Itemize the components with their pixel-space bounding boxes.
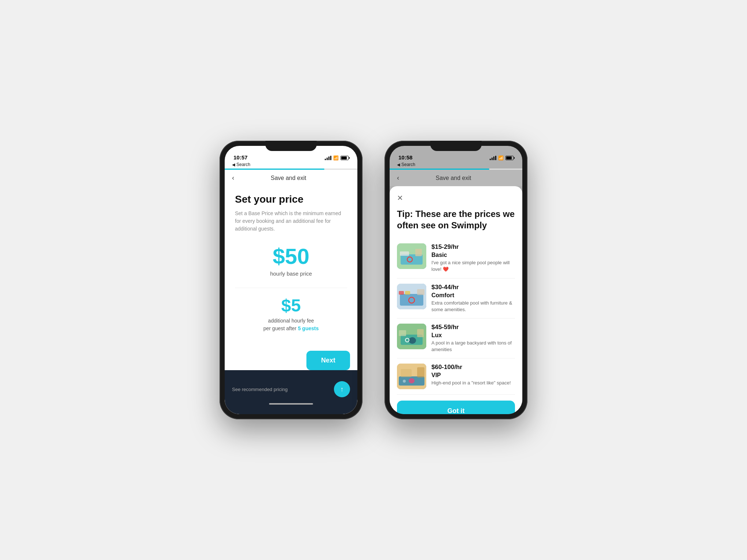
svg-point-22 — [403, 380, 406, 383]
tier-image-lux — [397, 324, 426, 349]
base-price-amount: $50 — [235, 244, 347, 269]
nav-bar-1: ‹ Save and exit — [225, 170, 357, 186]
fee-label: additional hourly fee per guest after 5 … — [235, 317, 347, 332]
bottom-content: See recommended pricing ↑ — [225, 370, 357, 401]
tier-row-comfort: $30-44/hr Comfort Extra comfortable pool… — [397, 279, 515, 318]
tier-info-comfort: $30-44/hr Comfort Extra comfortable pool… — [431, 284, 515, 313]
search-back-1: ◀ Search — [225, 162, 357, 169]
status-icons-1: 📶 — [325, 155, 349, 161]
back-button-2[interactable]: ‹ — [397, 174, 399, 182]
progress-fill-1 — [225, 169, 324, 170]
back-button-1[interactable]: ‹ — [232, 174, 234, 182]
tier-info-basic: $15-29/hr Basic I've got a nice simple p… — [431, 243, 515, 273]
base-price-label: hourly base price — [235, 270, 347, 277]
notch — [265, 141, 317, 151]
recommend-text[interactable]: See recommended pricing — [232, 387, 288, 392]
svg-rect-16 — [399, 330, 406, 336]
wifi-icon-2: 📶 — [498, 155, 504, 161]
fee-line1: additional hourly fee — [268, 318, 314, 324]
tier-desc-vip: High-end pool in a "resort like" space! — [431, 380, 515, 386]
tier-price-comfort: $30-44/hr — [431, 284, 515, 291]
back-arrow-icon: ◀ — [232, 162, 235, 167]
modal-title: Tip: These are the prices we often see o… — [397, 208, 515, 231]
phone-1: 10:57 📶 ◀ Search — [220, 141, 363, 419]
tier-desc-lux: A pool in a large backyard with tons of … — [431, 340, 515, 353]
tier-image-comfort — [397, 284, 426, 309]
status-icons-2: 📶 — [490, 155, 514, 161]
pool-comfort-svg — [397, 284, 426, 309]
tier-desc-basic: I've got a nice simple pool people will … — [431, 259, 515, 273]
tier-name-comfort: Comfort — [431, 292, 515, 299]
wifi-icon: 📶 — [333, 155, 339, 161]
fee-guest-count: 5 guests — [298, 325, 319, 331]
tier-price-lux: $45-59/hr — [431, 324, 515, 331]
price-desc: Set a Base Price which is the minimum ea… — [235, 210, 347, 233]
notch-2 — [430, 141, 482, 151]
svg-point-13 — [409, 337, 416, 344]
bottom-wave: See recommended pricing ↑ — [225, 370, 357, 414]
tier-row-basic: $15-29/hr Basic I've got a nice simple p… — [397, 238, 515, 278]
back-arrow-icon-2: ◀ — [397, 162, 400, 167]
tier-image-basic — [397, 243, 426, 269]
search-back-label-1: Search — [236, 162, 250, 167]
svg-rect-4 — [415, 249, 422, 256]
pool-basic-svg — [397, 243, 426, 269]
price-title: Set your price — [235, 194, 347, 205]
save-exit-2[interactable]: Save and exit — [436, 175, 471, 181]
tier-info-lux: $45-59/hr Lux A pool in a large backyard… — [431, 324, 515, 353]
time-2: 10:58 — [398, 154, 412, 161]
svg-rect-6 — [400, 294, 423, 306]
next-button[interactable]: Next — [306, 351, 350, 370]
search-back-label-2: Search — [401, 162, 415, 167]
tier-desc-comfort: Extra comfortable pool with furniture & … — [431, 300, 515, 313]
pool-lux-svg — [397, 324, 426, 349]
progress-fill-2 — [390, 169, 489, 170]
svg-rect-10 — [417, 289, 424, 295]
svg-rect-21 — [401, 369, 412, 377]
fee-display: $5 additional hourly fee per guest after… — [235, 295, 347, 332]
up-button[interactable]: ↑ — [334, 381, 350, 397]
fee-amount: $5 — [235, 295, 347, 316]
tier-price-basic: $15-29/hr — [431, 243, 515, 251]
up-arrow-icon: ↑ — [341, 386, 344, 393]
modal-close-button[interactable]: ✕ — [397, 194, 403, 202]
save-exit-1[interactable]: Save and exit — [271, 175, 306, 181]
phone-2: 10:58 📶 ◀ Search — [384, 141, 527, 419]
home-indicator-1 — [269, 403, 313, 405]
signal-icon-2 — [490, 156, 496, 160]
time-1: 10:57 — [233, 154, 247, 161]
svg-rect-8 — [399, 291, 404, 295]
svg-rect-9 — [405, 291, 410, 295]
progress-bar-1 — [225, 169, 357, 170]
svg-rect-20 — [417, 367, 424, 377]
tier-row-lux: $45-59/hr Lux A pool in a large backyard… — [397, 318, 515, 358]
price-divider — [235, 288, 347, 288]
progress-bar-2 — [390, 169, 522, 170]
tier-name-basic: Basic — [431, 252, 515, 258]
tier-name-vip: VIP — [431, 372, 515, 379]
battery-icon-2 — [505, 156, 514, 160]
battery-fill — [341, 156, 347, 159]
pool-vip-svg — [397, 364, 426, 389]
price-screen: Set your price Set a Base Price which is… — [225, 186, 357, 370]
tier-image-vip — [397, 364, 426, 389]
base-price-display: $50 hourly base price — [235, 244, 347, 277]
got-it-button[interactable]: Got it — [397, 401, 515, 414]
phone-2-screen: 10:58 📶 ◀ Search — [390, 146, 522, 414]
signal-icon — [325, 156, 331, 160]
fee-line2: per guest after — [264, 325, 297, 331]
battery-fill-2 — [506, 156, 512, 159]
tier-name-lux: Lux — [431, 332, 515, 339]
svg-rect-3 — [400, 251, 409, 256]
scene: 10:57 📶 ◀ Search — [220, 141, 527, 419]
svg-point-19 — [409, 378, 415, 383]
tier-info-vip: $60-100/hr VIP High-end pool in a "resor… — [431, 364, 515, 386]
svg-rect-15 — [417, 329, 424, 337]
tier-price-vip: $60-100/hr — [431, 364, 515, 371]
battery-icon — [341, 156, 349, 160]
search-back-2: ◀ Search — [390, 162, 522, 169]
nav-bar-2: ‹ Save and exit — [390, 170, 522, 186]
tier-row-vip: $60-100/hr VIP High-end pool in a "resor… — [397, 358, 515, 395]
modal-sheet: ✕ Tip: These are the prices we often see… — [390, 186, 522, 414]
phone-1-screen: 10:57 📶 ◀ Search — [225, 146, 357, 414]
